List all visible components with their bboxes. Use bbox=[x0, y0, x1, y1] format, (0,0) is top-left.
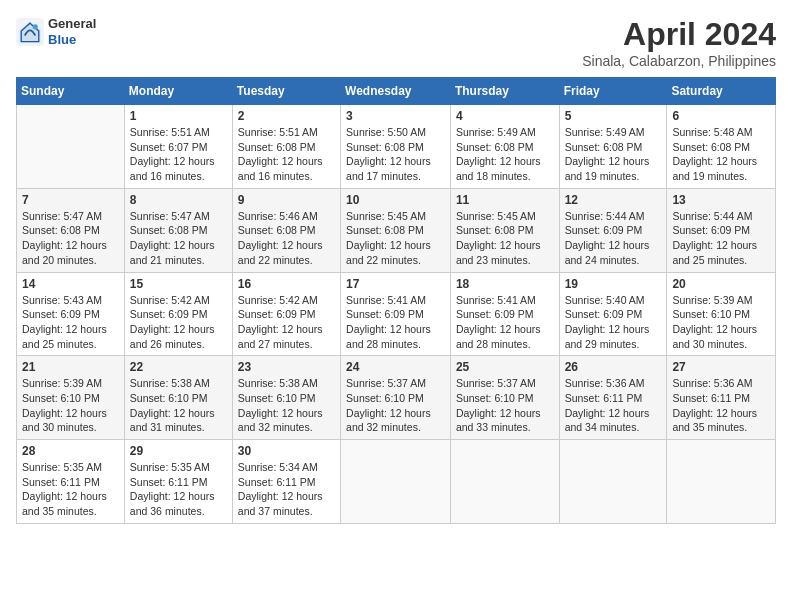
calendar-table: SundayMondayTuesdayWednesdayThursdayFrid… bbox=[16, 77, 776, 524]
day-info: Sunrise: 5:40 AMSunset: 6:09 PMDaylight:… bbox=[565, 293, 662, 352]
day-number: 3 bbox=[346, 109, 445, 123]
calendar-header-tuesday: Tuesday bbox=[232, 78, 340, 105]
day-number: 13 bbox=[672, 193, 770, 207]
day-info: Sunrise: 5:42 AMSunset: 6:09 PMDaylight:… bbox=[130, 293, 227, 352]
day-info: Sunrise: 5:41 AMSunset: 6:09 PMDaylight:… bbox=[346, 293, 445, 352]
calendar-week-3: 14Sunrise: 5:43 AMSunset: 6:09 PMDayligh… bbox=[17, 272, 776, 356]
calendar-week-5: 28Sunrise: 5:35 AMSunset: 6:11 PMDayligh… bbox=[17, 440, 776, 524]
day-number: 8 bbox=[130, 193, 227, 207]
calendar-cell: 18Sunrise: 5:41 AMSunset: 6:09 PMDayligh… bbox=[450, 272, 559, 356]
calendar-cell bbox=[341, 440, 451, 524]
day-info: Sunrise: 5:39 AMSunset: 6:10 PMDaylight:… bbox=[672, 293, 770, 352]
day-number: 25 bbox=[456, 360, 554, 374]
day-info: Sunrise: 5:48 AMSunset: 6:08 PMDaylight:… bbox=[672, 125, 770, 184]
logo: General Blue bbox=[16, 16, 96, 47]
day-number: 17 bbox=[346, 277, 445, 291]
day-info: Sunrise: 5:51 AMSunset: 6:08 PMDaylight:… bbox=[238, 125, 335, 184]
calendar-cell: 13Sunrise: 5:44 AMSunset: 6:09 PMDayligh… bbox=[667, 188, 776, 272]
day-info: Sunrise: 5:45 AMSunset: 6:08 PMDaylight:… bbox=[346, 209, 445, 268]
calendar-cell: 2Sunrise: 5:51 AMSunset: 6:08 PMDaylight… bbox=[232, 105, 340, 189]
calendar-cell: 14Sunrise: 5:43 AMSunset: 6:09 PMDayligh… bbox=[17, 272, 125, 356]
day-info: Sunrise: 5:51 AMSunset: 6:07 PMDaylight:… bbox=[130, 125, 227, 184]
day-number: 6 bbox=[672, 109, 770, 123]
day-info: Sunrise: 5:37 AMSunset: 6:10 PMDaylight:… bbox=[456, 376, 554, 435]
logo-icon bbox=[16, 18, 44, 46]
calendar-cell bbox=[559, 440, 667, 524]
day-info: Sunrise: 5:34 AMSunset: 6:11 PMDaylight:… bbox=[238, 460, 335, 519]
calendar-week-2: 7Sunrise: 5:47 AMSunset: 6:08 PMDaylight… bbox=[17, 188, 776, 272]
month-title: April 2024 bbox=[582, 16, 776, 53]
day-info: Sunrise: 5:44 AMSunset: 6:09 PMDaylight:… bbox=[565, 209, 662, 268]
calendar-cell: 27Sunrise: 5:36 AMSunset: 6:11 PMDayligh… bbox=[667, 356, 776, 440]
calendar-cell: 21Sunrise: 5:39 AMSunset: 6:10 PMDayligh… bbox=[17, 356, 125, 440]
calendar-header-thursday: Thursday bbox=[450, 78, 559, 105]
day-info: Sunrise: 5:47 AMSunset: 6:08 PMDaylight:… bbox=[22, 209, 119, 268]
calendar-cell: 1Sunrise: 5:51 AMSunset: 6:07 PMDaylight… bbox=[124, 105, 232, 189]
calendar-cell: 22Sunrise: 5:38 AMSunset: 6:10 PMDayligh… bbox=[124, 356, 232, 440]
calendar-cell: 15Sunrise: 5:42 AMSunset: 6:09 PMDayligh… bbox=[124, 272, 232, 356]
day-info: Sunrise: 5:35 AMSunset: 6:11 PMDaylight:… bbox=[22, 460, 119, 519]
calendar-cell: 20Sunrise: 5:39 AMSunset: 6:10 PMDayligh… bbox=[667, 272, 776, 356]
calendar-header-wednesday: Wednesday bbox=[341, 78, 451, 105]
day-number: 30 bbox=[238, 444, 335, 458]
logo-general: General bbox=[48, 16, 96, 32]
day-number: 24 bbox=[346, 360, 445, 374]
calendar-cell: 30Sunrise: 5:34 AMSunset: 6:11 PMDayligh… bbox=[232, 440, 340, 524]
day-number: 26 bbox=[565, 360, 662, 374]
day-number: 14 bbox=[22, 277, 119, 291]
day-info: Sunrise: 5:36 AMSunset: 6:11 PMDaylight:… bbox=[565, 376, 662, 435]
day-number: 9 bbox=[238, 193, 335, 207]
calendar-cell: 9Sunrise: 5:46 AMSunset: 6:08 PMDaylight… bbox=[232, 188, 340, 272]
calendar-cell: 26Sunrise: 5:36 AMSunset: 6:11 PMDayligh… bbox=[559, 356, 667, 440]
day-info: Sunrise: 5:47 AMSunset: 6:08 PMDaylight:… bbox=[130, 209, 227, 268]
day-number: 11 bbox=[456, 193, 554, 207]
day-number: 10 bbox=[346, 193, 445, 207]
day-number: 16 bbox=[238, 277, 335, 291]
calendar-cell: 19Sunrise: 5:40 AMSunset: 6:09 PMDayligh… bbox=[559, 272, 667, 356]
calendar-week-4: 21Sunrise: 5:39 AMSunset: 6:10 PMDayligh… bbox=[17, 356, 776, 440]
day-number: 4 bbox=[456, 109, 554, 123]
calendar-cell: 25Sunrise: 5:37 AMSunset: 6:10 PMDayligh… bbox=[450, 356, 559, 440]
day-number: 22 bbox=[130, 360, 227, 374]
calendar-cell: 29Sunrise: 5:35 AMSunset: 6:11 PMDayligh… bbox=[124, 440, 232, 524]
day-info: Sunrise: 5:42 AMSunset: 6:09 PMDaylight:… bbox=[238, 293, 335, 352]
calendar-week-1: 1Sunrise: 5:51 AMSunset: 6:07 PMDaylight… bbox=[17, 105, 776, 189]
calendar-header-monday: Monday bbox=[124, 78, 232, 105]
day-number: 1 bbox=[130, 109, 227, 123]
day-number: 29 bbox=[130, 444, 227, 458]
day-number: 5 bbox=[565, 109, 662, 123]
day-number: 2 bbox=[238, 109, 335, 123]
calendar-header-sunday: Sunday bbox=[17, 78, 125, 105]
day-info: Sunrise: 5:36 AMSunset: 6:11 PMDaylight:… bbox=[672, 376, 770, 435]
logo-blue: Blue bbox=[48, 32, 96, 48]
calendar-cell: 12Sunrise: 5:44 AMSunset: 6:09 PMDayligh… bbox=[559, 188, 667, 272]
calendar-cell: 6Sunrise: 5:48 AMSunset: 6:08 PMDaylight… bbox=[667, 105, 776, 189]
day-number: 7 bbox=[22, 193, 119, 207]
day-info: Sunrise: 5:44 AMSunset: 6:09 PMDaylight:… bbox=[672, 209, 770, 268]
calendar-header-friday: Friday bbox=[559, 78, 667, 105]
calendar-cell bbox=[17, 105, 125, 189]
day-info: Sunrise: 5:45 AMSunset: 6:08 PMDaylight:… bbox=[456, 209, 554, 268]
day-info: Sunrise: 5:43 AMSunset: 6:09 PMDaylight:… bbox=[22, 293, 119, 352]
calendar-cell: 10Sunrise: 5:45 AMSunset: 6:08 PMDayligh… bbox=[341, 188, 451, 272]
day-info: Sunrise: 5:39 AMSunset: 6:10 PMDaylight:… bbox=[22, 376, 119, 435]
day-number: 23 bbox=[238, 360, 335, 374]
day-number: 12 bbox=[565, 193, 662, 207]
day-info: Sunrise: 5:50 AMSunset: 6:08 PMDaylight:… bbox=[346, 125, 445, 184]
day-info: Sunrise: 5:38 AMSunset: 6:10 PMDaylight:… bbox=[130, 376, 227, 435]
calendar-cell: 8Sunrise: 5:47 AMSunset: 6:08 PMDaylight… bbox=[124, 188, 232, 272]
calendar-cell bbox=[667, 440, 776, 524]
day-number: 15 bbox=[130, 277, 227, 291]
calendar-header-row: SundayMondayTuesdayWednesdayThursdayFrid… bbox=[17, 78, 776, 105]
calendar-cell: 3Sunrise: 5:50 AMSunset: 6:08 PMDaylight… bbox=[341, 105, 451, 189]
calendar-cell: 24Sunrise: 5:37 AMSunset: 6:10 PMDayligh… bbox=[341, 356, 451, 440]
calendar-cell: 17Sunrise: 5:41 AMSunset: 6:09 PMDayligh… bbox=[341, 272, 451, 356]
logo-text: General Blue bbox=[48, 16, 96, 47]
calendar-cell: 23Sunrise: 5:38 AMSunset: 6:10 PMDayligh… bbox=[232, 356, 340, 440]
calendar-header-saturday: Saturday bbox=[667, 78, 776, 105]
day-number: 19 bbox=[565, 277, 662, 291]
day-info: Sunrise: 5:46 AMSunset: 6:08 PMDaylight:… bbox=[238, 209, 335, 268]
calendar-cell: 5Sunrise: 5:49 AMSunset: 6:08 PMDaylight… bbox=[559, 105, 667, 189]
calendar-cell bbox=[450, 440, 559, 524]
day-info: Sunrise: 5:35 AMSunset: 6:11 PMDaylight:… bbox=[130, 460, 227, 519]
